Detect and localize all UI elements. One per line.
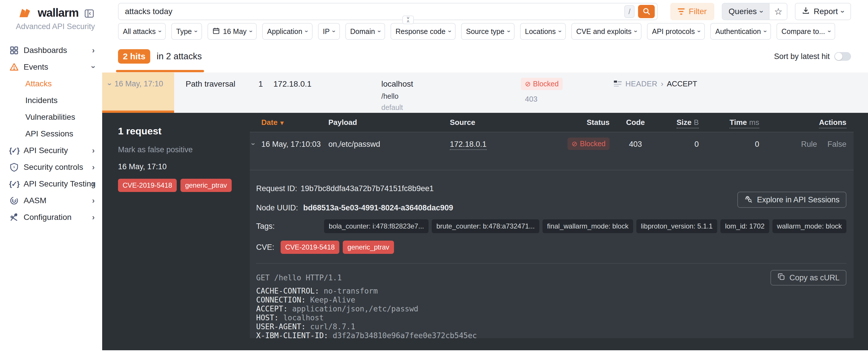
filter-application[interactable]: Application xyxy=(262,23,313,40)
copy-as-curl-button[interactable]: Copy as cURL xyxy=(770,270,846,286)
sort-toggle[interactable] xyxy=(834,52,851,61)
sidebar-item-label: Security controls xyxy=(24,163,83,172)
cve-tag[interactable]: CVE-2019-5418 xyxy=(118,179,177,192)
sort-by-latest-hit-label: Sort by latest hit xyxy=(774,52,830,61)
brand-name: wallarm xyxy=(38,6,79,19)
braces-check-icon: {✓} xyxy=(9,147,20,155)
sidebar-item-api-security[interactable]: {✓} API Security xyxy=(0,142,102,159)
brand-product: Advanced API Security xyxy=(16,22,102,31)
search-area-resize-handle[interactable]: ˅˄ xyxy=(402,15,414,24)
filter-date[interactable]: 16 May xyxy=(208,23,257,40)
tag-chip[interactable]: libproton_version: 5.1.1 xyxy=(636,219,717,233)
blocked-icon xyxy=(571,139,577,148)
sidebar-item-api-sessions[interactable]: API Sessions xyxy=(0,126,102,142)
tag-chip[interactable]: lom_id: 1702 xyxy=(720,219,769,233)
attack-source-ip[interactable]: 172.18.0.1 xyxy=(273,79,311,89)
tag-chip[interactable]: final_wallarm_mode: block xyxy=(542,219,633,233)
tag-chip[interactable]: wallarm_mode: block xyxy=(772,219,846,233)
blocked-icon xyxy=(525,80,531,88)
request-actions: Rule False xyxy=(801,140,846,149)
filter-authentication[interactable]: Authentication xyxy=(710,23,771,40)
chevron-down-icon xyxy=(761,7,763,16)
report-button[interactable]: Report xyxy=(795,3,851,20)
sidebar-collapse-icon[interactable] xyxy=(84,9,94,20)
sidebar-item-dashboards[interactable]: Dashboards xyxy=(0,42,102,59)
sidebar-item-security-controls[interactable]: Security controls xyxy=(0,159,102,175)
chevron-down-icon xyxy=(195,28,197,35)
request-code: 403 xyxy=(629,140,642,149)
filter-type[interactable]: Type xyxy=(171,23,202,40)
column-size[interactable]: SizeB xyxy=(677,118,699,128)
filter-source-type[interactable]: Source type xyxy=(461,23,515,40)
favorite-star-button[interactable] xyxy=(769,3,787,20)
sidebar-item-vulnerabilities[interactable]: Vulnerabilities xyxy=(0,109,102,126)
tag-chip-list: bola_counter: i:478:f82823e7... brute_co… xyxy=(324,219,846,233)
toggle-knob xyxy=(835,53,842,60)
request-details: Request ID: 19b7bc8ddfa43a72b7b74151fc8b… xyxy=(250,184,854,264)
http-header-name: X-IBM-CLIENT-ID: xyxy=(256,331,328,340)
mark-false-positive-link[interactable]: Mark as false positive xyxy=(118,146,250,154)
sidebar-item-incidents[interactable]: Incidents xyxy=(0,92,102,109)
tag-chip[interactable]: brute_counter: b:478:a732471... xyxy=(432,219,539,233)
false-action[interactable]: False xyxy=(828,140,846,149)
cve-tag[interactable]: generic_ptrav xyxy=(343,240,394,254)
sidebar-item-aasm[interactable]: AASM xyxy=(0,192,102,209)
sidebar-item-label: Events xyxy=(24,62,48,72)
chevron-down-icon xyxy=(698,28,700,35)
cve-chip-list: CVE-2019-5418 generic_ptrav xyxy=(281,240,394,254)
sidebar-item-events[interactable]: Events xyxy=(0,59,102,75)
filter-button[interactable]: Filter xyxy=(670,3,714,20)
attack-tag-list: CVE-2019-5418 generic_ptrav xyxy=(118,179,250,192)
filter-domain[interactable]: Domain xyxy=(345,23,385,40)
point-location: HEADER xyxy=(625,79,657,88)
brand: wallarm Advanced API Security xyxy=(0,0,102,31)
filter-icon xyxy=(678,8,685,15)
calendar-icon xyxy=(212,27,220,36)
attack-application: default xyxy=(381,103,413,112)
http-header-value: localhost xyxy=(283,314,324,322)
attack-date-cell[interactable]: 16 May, 17:10 xyxy=(102,72,174,113)
http-header-name: ACCEPT: xyxy=(256,304,288,313)
filter-all-attacks[interactable]: All attacks xyxy=(118,23,166,40)
sidebar-nav: Dashboards Events Attacks Incidents Vuln… xyxy=(0,42,102,226)
cve-tag[interactable]: generic_ptrav xyxy=(181,179,231,192)
wallarm-console: wallarm Advanced API Security Dashboards… xyxy=(0,0,868,354)
copy-icon xyxy=(777,273,785,283)
rule-action[interactable]: Rule xyxy=(801,140,817,149)
search-button[interactable] xyxy=(638,5,655,18)
queries-group: Queries xyxy=(722,3,788,20)
chevron-right-icon xyxy=(92,179,95,189)
request-id-label: Request ID: xyxy=(256,184,297,193)
column-actions[interactable]: Actions xyxy=(819,118,846,128)
detail-date: 16 May, 17:10 xyxy=(118,162,250,171)
chevron-right-icon xyxy=(92,146,95,155)
chevron-down-icon[interactable] xyxy=(252,140,261,148)
column-time[interactable]: Timems xyxy=(730,118,759,128)
request-row[interactable]: 16 May, 17:10:03 on,/etc/passwd 172.18.0… xyxy=(250,132,854,170)
queries-button[interactable]: Queries xyxy=(722,3,769,20)
active-tab-indicator xyxy=(116,70,204,72)
filter-cve-exploits[interactable]: CVE and exploits xyxy=(571,23,642,40)
sidebar-item-configuration[interactable]: Configuration xyxy=(0,209,102,226)
download-icon xyxy=(802,7,810,17)
sidebar-item-attacks[interactable]: Attacks xyxy=(0,75,102,92)
filter-locations[interactable]: Locations xyxy=(520,23,566,40)
filter-response-code[interactable]: Response code xyxy=(391,23,456,40)
column-status: Status xyxy=(587,118,610,127)
search-query[interactable]: attacks today xyxy=(125,7,624,16)
column-date[interactable]: Date xyxy=(261,118,329,127)
cve-tag[interactable]: CVE-2019-5418 xyxy=(281,240,339,254)
filter-compare-to[interactable]: Compare to... xyxy=(776,23,835,40)
http-header-value: no-transform xyxy=(324,287,378,295)
filter-ip[interactable]: IP xyxy=(318,23,340,40)
tag-chip[interactable]: bola_counter: i:478:f82823e7... xyxy=(324,219,429,233)
attack-type: Path traversal xyxy=(186,79,236,89)
request-source-ip[interactable]: 172.18.0.1 xyxy=(450,140,487,150)
filter-api-protocols[interactable]: API protocols xyxy=(647,23,705,40)
attack-row[interactable]: 16 May, 17:10 Path traversal 1 172.18.0.… xyxy=(102,72,868,113)
search-input[interactable]: attacks today / xyxy=(118,3,658,20)
request-payload: on,/etc/passwd xyxy=(329,140,450,149)
sidebar-item-api-security-testing[interactable]: {✓} API Security Testing xyxy=(0,175,102,192)
explore-api-sessions-button[interactable]: Explore in API Sessions xyxy=(737,192,846,208)
divider xyxy=(250,170,854,170)
